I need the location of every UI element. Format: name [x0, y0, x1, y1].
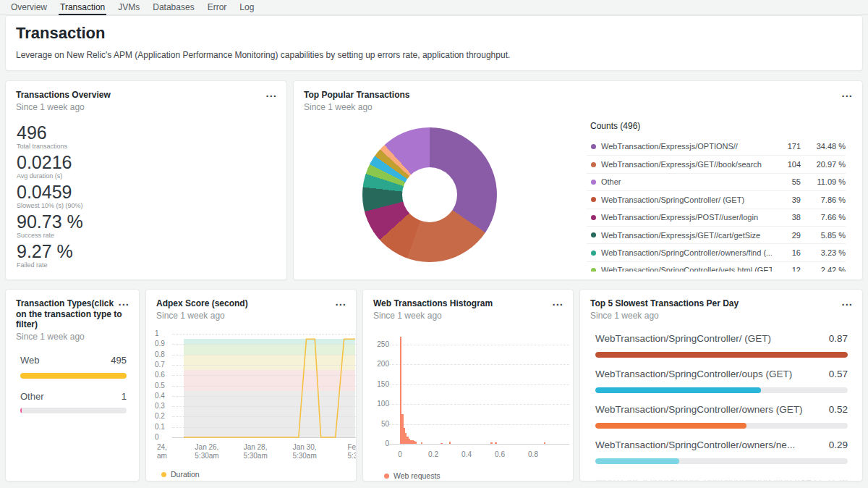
- histogram-y-tick-label: 0: [363, 439, 389, 448]
- histogram-bar: [415, 442, 417, 444]
- legend-row[interactable]: WebTransaction/SpringController/owners/f…: [587, 243, 846, 261]
- legend-item-count: 171: [772, 142, 801, 151]
- metric-value: 0.0459: [17, 182, 83, 202]
- tab-overview[interactable]: Overview: [9, 0, 48, 14]
- histogram-bar: [421, 442, 423, 444]
- metric-label: Failed rate: [17, 261, 83, 269]
- metric-value: 496: [17, 123, 83, 143]
- legend-title: Counts (496): [590, 121, 640, 131]
- tab-log[interactable]: Log: [238, 0, 255, 14]
- legend-row[interactable]: WebTransaction/Expressjs/GET//cart/getSi…: [587, 226, 846, 243]
- adpex-x-tick-label: Fel5:3: [331, 443, 357, 460]
- adpex-y-tick-label: 0.9: [155, 340, 165, 348]
- tab-transaction[interactable]: Transaction: [59, 0, 106, 14]
- legend-dot: [591, 215, 596, 220]
- legend-item-label: WebTransaction/SpringController/owners/f…: [601, 248, 772, 257]
- metric: 496Total transactions: [17, 123, 83, 151]
- legend-row[interactable]: WebTransaction/SpringController/vets.htm…: [587, 261, 846, 272]
- legend-label: Duration: [171, 470, 200, 479]
- legend-item-label: WebTransaction/Expressjs/GET//book/searc…: [601, 160, 772, 169]
- legend-row[interactable]: WebTransaction/SpringController/ (GET)39…: [587, 190, 846, 208]
- legend-item-label: WebTransaction/SpringController/ (GET): [601, 195, 772, 204]
- slowest-value: 0.52: [829, 404, 848, 415]
- tab-jvms[interactable]: JVMs: [116, 0, 141, 14]
- legend-item-label: WebTransaction/Expressjs/OPTIONS//: [601, 142, 772, 151]
- legend-dot: [591, 251, 596, 256]
- slowest-bar-fill: [595, 387, 761, 393]
- legend-item-label: Other: [601, 177, 772, 186]
- legend-item-pct: 7.86 %: [801, 195, 846, 204]
- histogram-bar: [490, 442, 493, 444]
- slowest-value: 0.87: [829, 333, 848, 344]
- card-top-popular-transactions: Top Popular Transactions Since 1 week ag…: [293, 80, 863, 280]
- adpex-duration-line: [184, 334, 355, 439]
- legend-row[interactable]: WebTransaction/Expressjs/GET//book/searc…: [587, 155, 846, 172]
- histogram-bar: [495, 442, 497, 444]
- legend-item-count: 39: [772, 195, 801, 204]
- adpex-y-tick-label: 0.5: [155, 382, 165, 390]
- type-row[interactable]: Other1: [20, 391, 127, 402]
- metric-value: 90.73 %: [17, 212, 83, 232]
- page-title: Transaction: [16, 24, 852, 43]
- adpex-x-tick-label: Jan 30,5:30am: [283, 443, 326, 460]
- slowest-bar-track: [595, 387, 848, 393]
- card-title: Top Popular Transactions: [304, 90, 833, 101]
- web-requests-legend-dot: [384, 474, 389, 479]
- adpex-x-tick-label: Jan 28,5:30am: [234, 443, 277, 460]
- legend-dot: [591, 197, 596, 202]
- card-top-5-slowest-transactions: Top 5 Slowest Transactions Per Day Since…: [579, 289, 863, 481]
- legend-dot: [591, 144, 596, 149]
- type-value: 495: [111, 355, 127, 366]
- page-subtitle: Leverage on New Relic's APM (Application…: [16, 50, 852, 60]
- adpex-y-tick-label: 0: [155, 433, 159, 442]
- dashboard-page: { "tabs": [ {"label": "Overview", "activ…: [0, 0, 868, 488]
- legend-item-pct: 5.85 %: [801, 231, 846, 240]
- slowest-row: WebTransaction/SpringController/ (GET)0.…: [595, 333, 848, 344]
- legend-item-count: 12: [772, 266, 801, 272]
- slowest-bar-track: [595, 423, 848, 429]
- histogram-x-tick-label: 0.4: [452, 450, 481, 459]
- legend-item-count: 16: [772, 248, 801, 257]
- legend-item-label: WebTransaction/SpringController/vets.htm…: [601, 266, 772, 272]
- legend-item-pct: 2.42 %: [801, 266, 846, 272]
- card-web-transactions-histogram: Web Transactions Histogram Since 1 week …: [362, 289, 574, 481]
- popular-legend-rows: WebTransaction/Expressjs/OPTIONS//17134.…: [587, 138, 846, 272]
- metric-label: Avg duration (s): [17, 172, 83, 180]
- metric-value: 0.0216: [17, 153, 83, 172]
- slowest-bar-fill: [595, 458, 679, 464]
- legend-item-count: 38: [772, 213, 801, 222]
- legend-item-pct: 11.09 %: [801, 177, 846, 186]
- card-menu-button[interactable]: ...: [265, 87, 277, 99]
- histogram-y-tick-label: 200: [363, 360, 389, 369]
- slowest-label: WebTransaction/SpringController/owners (…: [595, 404, 803, 415]
- legend-item-pct: 7.66 %: [801, 213, 846, 222]
- card-menu-button[interactable]: ...: [841, 87, 853, 99]
- adpex-y-tick-label: 0.2: [155, 412, 165, 421]
- histogram-y-tick-label: 50: [363, 420, 389, 429]
- type-bar-fill: [20, 408, 22, 413]
- type-row[interactable]: Web495: [20, 355, 127, 366]
- legend-item-pct: 34.48 %: [801, 142, 846, 151]
- legend-row[interactable]: WebTransaction/Expressjs/POST//user/logi…: [587, 209, 846, 226]
- metric: 0.0459Slowest 10% (s) (90%): [17, 182, 83, 210]
- histogram-gridline: [388, 364, 569, 365]
- metric: 9.27 %Failed rate: [17, 242, 83, 269]
- histogram-bar: [449, 442, 451, 444]
- legend-label: Web requests: [393, 471, 441, 480]
- card-since: Since 1 week ago: [16, 102, 258, 112]
- tab-databases[interactable]: Databases: [151, 0, 195, 14]
- legend-item-count: 55: [772, 177, 801, 186]
- legend-item-pct: 20.97 %: [801, 160, 846, 169]
- bottom-fade: [581, 472, 861, 480]
- legend-dot: [591, 232, 596, 237]
- slowest-value: 0.29: [829, 439, 848, 450]
- histogram-x-tick-label: 0.6: [485, 450, 514, 459]
- legend-item-label: WebTransaction/Expressjs/GET//cart/getSi…: [601, 231, 772, 240]
- card-adpex-score: Adpex Score (second) Since 1 week ago ..…: [145, 289, 357, 481]
- tab-error[interactable]: Error: [206, 0, 229, 14]
- metric-label: Slowest 10% (s) (90%): [17, 202, 83, 210]
- legend-row[interactable]: Other5511.09 %: [587, 173, 846, 190]
- legend-row[interactable]: WebTransaction/Expressjs/OPTIONS//17134.…: [587, 138, 846, 155]
- slowest-bar-fill: [595, 423, 746, 429]
- donut-hole: [402, 167, 457, 222]
